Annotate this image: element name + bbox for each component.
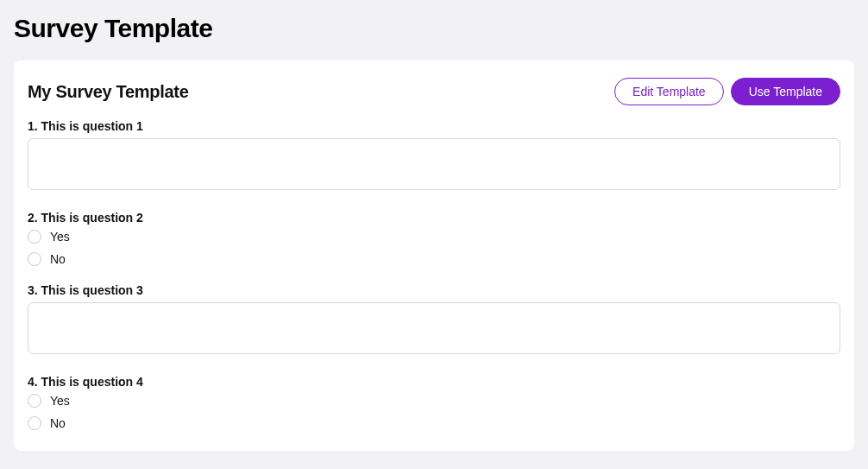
- question-label: 4. This is question 4: [28, 375, 840, 389]
- question-label: 3. This is question 3: [28, 283, 840, 297]
- radio-icon[interactable]: [28, 416, 41, 430]
- option-label: Yes: [50, 394, 70, 408]
- question-3-input[interactable]: [28, 302, 840, 354]
- question-3: 3. This is question 3: [28, 283, 840, 358]
- question-1: 1. This is question 1: [28, 119, 840, 193]
- option-yes: Yes: [28, 230, 840, 244]
- option-no: No: [28, 252, 840, 266]
- question-1-input[interactable]: [28, 138, 840, 190]
- use-template-button[interactable]: Use Template: [731, 78, 840, 105]
- edit-template-button[interactable]: Edit Template: [614, 78, 724, 105]
- question-2-options: Yes No: [28, 230, 840, 266]
- option-label: No: [50, 416, 66, 430]
- card-header: My Survey Template Edit Template Use Tem…: [28, 78, 840, 105]
- question-label: 2. This is question 2: [28, 211, 840, 225]
- question-4: 4. This is question 4 Yes No: [28, 375, 840, 430]
- radio-icon[interactable]: [28, 394, 41, 408]
- option-yes: Yes: [28, 394, 840, 408]
- option-label: No: [50, 252, 66, 266]
- survey-card: My Survey Template Edit Template Use Tem…: [14, 60, 854, 451]
- card-title: My Survey Template: [28, 82, 189, 102]
- radio-icon[interactable]: [28, 252, 41, 266]
- page-title: Survey Template: [0, 0, 868, 60]
- radio-icon[interactable]: [28, 230, 41, 244]
- question-label: 1. This is question 1: [28, 119, 840, 133]
- question-4-options: Yes No: [28, 394, 840, 430]
- option-no: No: [28, 416, 840, 430]
- option-label: Yes: [50, 230, 70, 244]
- card-actions: Edit Template Use Template: [614, 78, 840, 105]
- question-2: 2. This is question 2 Yes No: [28, 211, 840, 266]
